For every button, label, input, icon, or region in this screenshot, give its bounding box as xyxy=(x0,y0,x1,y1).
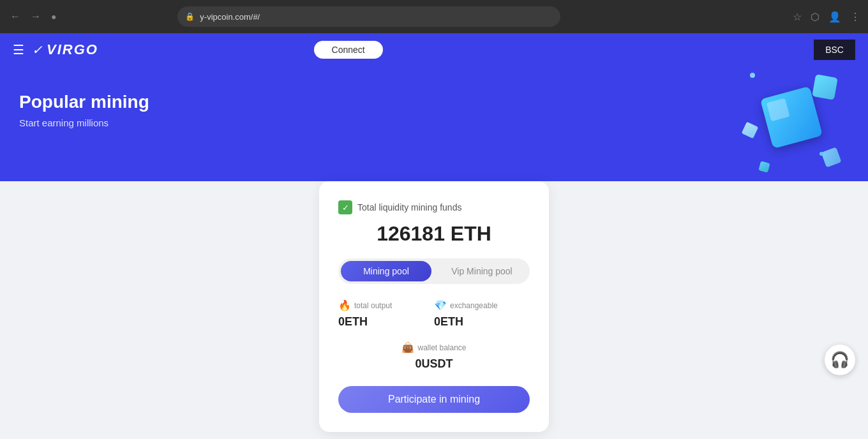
wallet-icon: 👜 xyxy=(401,341,414,353)
main-content: ✓ Total liquidity mining funds 126181 ET… xyxy=(0,181,868,439)
support-icon: 🎧 xyxy=(830,351,849,369)
hero-subtitle: Start earning millions xyxy=(19,117,849,128)
menu-icon[interactable]: ⋮ xyxy=(850,11,860,23)
support-button[interactable]: 🎧 xyxy=(825,345,855,375)
address-bar[interactable]: 🔒 y-vipcoin.com/#/ xyxy=(177,6,560,27)
mining-card: ✓ Total liquidity mining funds 126181 ET… xyxy=(319,181,549,432)
exchangeable-label-row: 💎 exchangeable xyxy=(434,299,530,311)
total-output-label-row: 🔥 total output xyxy=(338,299,434,311)
exchangeable-value: 0ETH xyxy=(434,315,530,329)
card-header: ✓ Total liquidity mining funds xyxy=(338,200,530,214)
hamburger-icon[interactable]: ☰ xyxy=(13,42,24,57)
cube-small-4 xyxy=(758,161,770,172)
app-header: ☰ ✓ VIRGO Connect BSC xyxy=(0,33,868,66)
exchangeable-stat: 💎 exchangeable 0ETH xyxy=(434,299,530,329)
total-output-icon: 🔥 xyxy=(338,299,351,311)
profile-icon[interactable]: 👤 xyxy=(828,11,841,23)
browser-chrome: ← → ● 🔒 y-vipcoin.com/#/ ☆ ⬡ 👤 ⋮ xyxy=(0,0,868,33)
mining-pool-tab[interactable]: Mining pool xyxy=(341,261,431,281)
participate-button[interactable]: Participate in mining xyxy=(338,386,530,413)
cube-dot-2 xyxy=(819,152,823,156)
hero-title: Popular mining xyxy=(19,92,849,112)
back-button[interactable]: ← xyxy=(8,8,23,25)
bookmark-icon[interactable]: ☆ xyxy=(793,11,802,23)
extensions-icon[interactable]: ⬡ xyxy=(811,11,819,23)
url-text: y-vipcoin.com/#/ xyxy=(200,12,553,22)
total-output-label: total output xyxy=(354,301,392,310)
liquidity-label: Total liquidity mining funds xyxy=(357,202,461,212)
cube-dot-1 xyxy=(750,73,755,78)
forward-button[interactable]: → xyxy=(28,8,43,25)
cube-small-2 xyxy=(821,147,841,167)
cube-small-1 xyxy=(812,74,838,100)
liquidity-amount: 126181 ETH xyxy=(338,222,530,246)
cube-small-3 xyxy=(742,122,759,139)
total-output-value: 0ETH xyxy=(338,315,434,329)
exchangeable-label: exchangeable xyxy=(450,301,498,310)
wallet-label: wallet balance xyxy=(417,343,466,352)
wallet-section: 👜 wallet balance 0USDT xyxy=(338,341,530,371)
logo-check-icon: ✓ xyxy=(32,42,43,57)
logo: ✓ VIRGO xyxy=(32,41,98,58)
lock-icon: 🔒 xyxy=(185,12,195,21)
tab-container: Mining pool Vip Mining pool xyxy=(338,258,530,284)
wallet-label-row: 👜 wallet balance xyxy=(338,341,530,353)
cube-decoration xyxy=(740,73,842,175)
exchangeable-icon: 💎 xyxy=(434,299,447,311)
vip-mining-pool-tab[interactable]: Vip Mining pool xyxy=(437,261,527,281)
browser-actions: ☆ ⬡ 👤 ⋮ xyxy=(793,11,860,23)
total-output-stat: 🔥 total output 0ETH xyxy=(338,299,434,329)
wallet-value: 0USDT xyxy=(338,357,530,371)
connect-button[interactable]: Connect xyxy=(314,41,383,59)
bsc-button[interactable]: BSC xyxy=(814,40,855,60)
logo-text: VIRGO xyxy=(47,41,98,58)
stats-row: 🔥 total output 0ETH 💎 exchangeable 0ETH xyxy=(338,299,530,329)
refresh-button[interactable]: ● xyxy=(49,9,59,24)
card-check-icon: ✓ xyxy=(338,200,352,214)
